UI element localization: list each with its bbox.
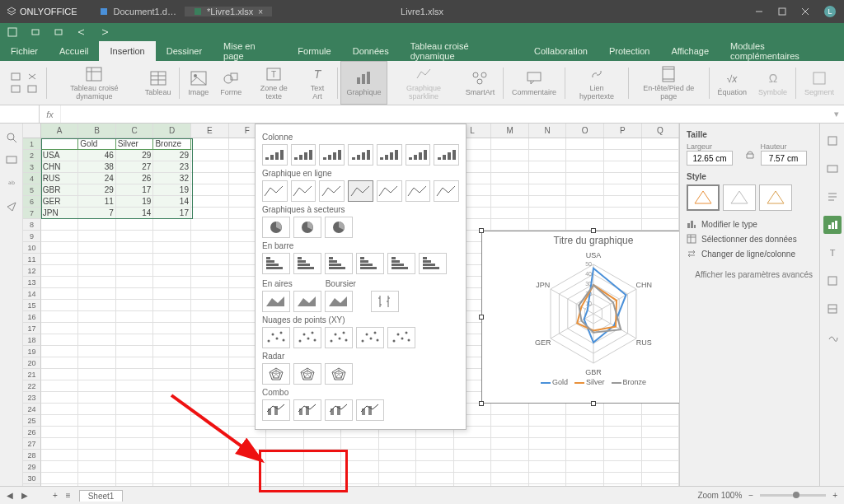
spreadsheet-grid[interactable]: A B C D E F G H I J K L M N O P Q 1GoldS… <box>23 124 679 502</box>
search-icon[interactable] <box>6 132 17 143</box>
chart-type-option[interactable] <box>377 180 402 202</box>
style-thumb[interactable] <box>723 184 756 211</box>
close-window-icon[interactable] <box>801 7 809 16</box>
pivot-table-button[interactable]: Tableau croisé dynamique <box>50 61 138 105</box>
sheet-tab[interactable]: Sheet1 <box>79 490 124 502</box>
cut-icon[interactable] <box>26 72 38 82</box>
chart-type-option[interactable] <box>434 144 459 166</box>
chart-type-option[interactable] <box>325 363 353 385</box>
tab-tcd[interactable]: Tableau croisé dynamique <box>400 41 523 61</box>
switch-rowcol-link[interactable]: Changer de ligne/colonne <box>687 249 813 259</box>
table-settings-icon[interactable] <box>823 300 842 318</box>
height-input[interactable] <box>761 151 807 166</box>
zoom-in-icon[interactable]: + <box>832 491 837 500</box>
add-sheet-icon[interactable]: + <box>53 491 58 500</box>
chart-type-option[interactable] <box>356 399 384 421</box>
chart-type-option[interactable] <box>325 253 353 274</box>
avatar[interactable]: L <box>824 6 836 17</box>
chart-type-option[interactable] <box>293 327 321 348</box>
modify-type-link[interactable]: Modifier le type <box>687 219 813 229</box>
tab-mise-en-page[interactable]: Mise en page <box>213 41 287 61</box>
slicer-button[interactable]: Segment <box>799 61 839 105</box>
hyperlink-button[interactable]: Lien hypertexte <box>569 61 625 105</box>
tab-insertion[interactable]: Insertion <box>99 41 155 61</box>
tab-donnees[interactable]: Données <box>342 41 400 61</box>
chart-type-option[interactable] <box>387 327 415 348</box>
chart-type-option[interactable] <box>325 327 353 348</box>
chart-type-option[interactable] <box>406 144 431 166</box>
minimize-icon[interactable] <box>755 7 763 16</box>
expand-formula-icon[interactable]: ▾ <box>829 109 844 119</box>
feedback-icon[interactable] <box>6 201 17 212</box>
equation-button[interactable]: √xÉquation <box>713 61 753 105</box>
header-footer-button[interactable]: En-tête/Pied de page <box>632 61 706 105</box>
name-box[interactable] <box>0 105 40 123</box>
chart-button[interactable]: Graphique <box>340 61 387 105</box>
chart-type-option[interactable] <box>434 180 459 202</box>
maximize-icon[interactable] <box>778 7 786 16</box>
select-data-link[interactable]: Sélectionner des données <box>687 234 813 244</box>
sheet-nav-next[interactable]: ▶ <box>21 491 28 500</box>
col-header[interactable]: E <box>191 124 229 138</box>
chart-type-option[interactable] <box>293 253 321 274</box>
col-header[interactable]: N <box>529 124 567 138</box>
chart-type-option[interactable] <box>325 399 353 421</box>
comment-button[interactable]: Commentaire <box>507 61 561 105</box>
sheet-list-icon[interactable]: ≡ <box>66 491 71 500</box>
lock-aspect-icon[interactable] <box>744 148 756 160</box>
chart-object[interactable]: Titre du graphique 1020304050USACHNRUSGB… <box>481 231 679 404</box>
sheet-nav-prev[interactable]: ◀ <box>7 491 13 500</box>
chart-type-option[interactable] <box>291 180 316 202</box>
textart-button[interactable]: TText Art <box>301 61 333 105</box>
chart-type-option[interactable] <box>325 291 353 312</box>
chart-type-option[interactable] <box>406 180 431 202</box>
col-header[interactable]: D <box>153 124 191 138</box>
save-icon[interactable] <box>7 26 18 38</box>
spellcheck-icon[interactable]: ᵃᵇ <box>6 178 17 189</box>
table-button[interactable]: Tableau <box>140 61 176 105</box>
chart-settings-icon[interactable] <box>823 216 842 234</box>
col-header[interactable]: Q <box>642 124 679 138</box>
comments-icon[interactable] <box>6 155 17 166</box>
col-header[interactable]: O <box>566 124 604 138</box>
textbox-button[interactable]: TZone de texte <box>248 61 299 105</box>
chart-type-option[interactable] <box>356 253 384 274</box>
print-icon[interactable] <box>30 26 41 38</box>
style-thumb[interactable] <box>759 184 792 211</box>
chart-type-option[interactable] <box>293 399 321 421</box>
undo-icon[interactable] <box>76 26 87 38</box>
shape-settings-icon[interactable] <box>823 132 842 150</box>
col-header[interactable]: B <box>78 124 116 138</box>
tab-affichage[interactable]: Affichage <box>660 41 720 61</box>
copy-icon[interactable] <box>10 72 21 82</box>
chart-type-option[interactable] <box>262 217 290 238</box>
style-thumb[interactable] <box>687 184 720 211</box>
width-input[interactable] <box>687 151 733 166</box>
shape-button[interactable]: Forme <box>215 61 246 105</box>
fx-icon[interactable]: fx <box>40 105 61 123</box>
chart-type-option[interactable] <box>319 180 345 202</box>
doc-tab[interactable]: Document1.d… <box>91 7 185 16</box>
col-header[interactable]: M <box>491 124 529 138</box>
zoom-slider[interactable] <box>760 494 826 497</box>
sparkline-button[interactable]: Graphique sparkline <box>389 61 459 105</box>
chart-type-option[interactable] <box>293 363 321 385</box>
col-header[interactable]: A <box>41 124 79 138</box>
tab-collaboration[interactable]: Collaboration <box>523 41 598 61</box>
chart-type-option[interactable] <box>262 144 288 166</box>
redo-icon[interactable] <box>99 26 110 38</box>
tab-fichier[interactable]: Fichier <box>0 41 49 61</box>
text-settings-icon[interactable]: T <box>823 244 842 262</box>
chart-type-option[interactable] <box>356 327 384 348</box>
chart-type-option[interactable] <box>293 217 321 238</box>
tab-modules[interactable]: Modules complémentaires <box>720 41 844 61</box>
chart-type-option[interactable] <box>348 144 373 166</box>
chart-type-option[interactable] <box>348 180 373 202</box>
paste-icon[interactable] <box>10 84 21 94</box>
chart-type-option[interactable] <box>262 253 290 274</box>
chart-type-option[interactable] <box>377 144 402 166</box>
pivot-settings-icon[interactable] <box>823 272 842 290</box>
zoom-out-icon[interactable]: − <box>748 491 753 500</box>
chart-type-option[interactable] <box>262 291 290 312</box>
tab-accueil[interactable]: Accueil <box>49 41 99 61</box>
